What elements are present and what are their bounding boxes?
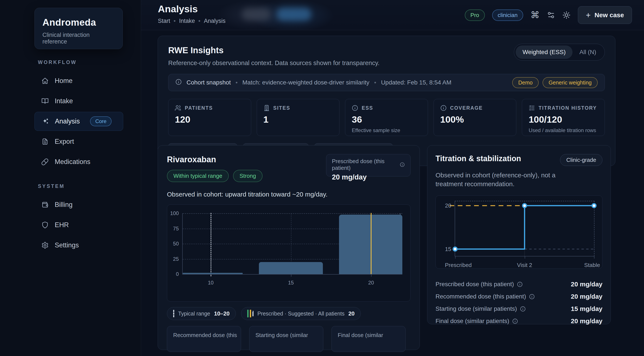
pill-icon: [41, 158, 49, 166]
triple-bars-icon: [247, 310, 254, 317]
legend-label: Typical range: [178, 310, 210, 317]
new-case-button[interactable]: + New case: [578, 6, 632, 24]
sparkles-icon: [42, 118, 49, 125]
dose-histogram-panel: 0255075100101520: [167, 204, 410, 301]
starting-dose-card: Starting dose (similar: [249, 326, 323, 352]
x-tick-label: 10: [201, 280, 220, 286]
info-icon[interactable]: [400, 162, 405, 167]
sidebar-item-billing[interactable]: Billing: [34, 195, 123, 214]
sidebar-item-label: Home: [55, 77, 72, 85]
breadcrumb-start[interactable]: Start: [158, 18, 170, 24]
snapshot-separator: •: [374, 79, 376, 86]
stat-label: SITES: [273, 105, 290, 111]
redacted-chip: [242, 8, 270, 20]
histogram-bar: [259, 262, 323, 274]
y-tick-label: 75: [169, 225, 179, 232]
titration-step-panel: 1520PrescribedVisit 2Stable: [436, 195, 602, 269]
users-icon: [175, 105, 181, 111]
stat-label: ESS: [362, 105, 373, 111]
sidebar-item-label: Analysis: [55, 117, 80, 125]
info-icon[interactable]: [517, 281, 523, 287]
sidebar-item-analysis[interactable]: Analysis Core: [34, 112, 123, 131]
topbar: Analysis Start • Intake • Analysis Pro c…: [141, 0, 644, 30]
dose-row-value: 20 mg/day: [571, 281, 602, 288]
rivaroxaban-card: Rivaroxaban Within typical range Strong …: [158, 145, 420, 350]
histogram-bar: [183, 273, 243, 274]
toggle-weighted-ess[interactable]: Weighted (ESS): [516, 46, 572, 59]
book-open-icon: [41, 97, 49, 105]
gear-icon: [41, 242, 49, 249]
snapshot-separator: •: [236, 79, 238, 86]
sidebar-item-settings[interactable]: Settings: [34, 236, 123, 255]
prescribed-line: [371, 213, 372, 274]
clinic-grade-badge: Clinic-grade: [560, 154, 602, 166]
recommended-dose-card: Recommended dose (this: [167, 326, 241, 352]
info-icon[interactable]: [529, 294, 535, 299]
within-range-badge: Within typical range: [167, 170, 229, 182]
sidebar-item-medications[interactable]: Medications: [34, 152, 123, 171]
info-icon: [175, 79, 182, 87]
sidebar-item-label: Billing: [55, 201, 72, 209]
main-area: Analysis Start • Intake • Analysis Pro c…: [141, 0, 644, 356]
titration-card: Titration & stabilization Clinic-grade O…: [427, 145, 611, 324]
dose-row-value: 20 mg/day: [571, 293, 602, 300]
stat-value: 100/120: [528, 114, 598, 125]
y-tick-label: 50: [169, 240, 179, 247]
snapshot-title: Cohort snapshot: [186, 79, 231, 86]
partial-card-label: Final dose (similar: [338, 332, 383, 338]
legend-label: Prescribed · Suggested · All patients: [258, 310, 344, 317]
core-badge: Core: [90, 116, 112, 126]
sidebar-item-home[interactable]: Home: [34, 71, 123, 90]
breadcrumb-analysis[interactable]: Analysis: [204, 18, 226, 24]
dose-row-recommended: Recommended dose (this patient) 20 mg/da…: [436, 290, 602, 303]
dose-detail-cards: Recommended dose (this Starting dose (si…: [167, 326, 410, 352]
breadcrumb: Start • Intake • Analysis: [158, 18, 226, 24]
dose-row-label-text: Starting dose (similar patients): [436, 305, 517, 312]
file-text-icon: [41, 138, 49, 145]
sidebar-item-label: EHR: [55, 221, 69, 229]
dose-rows: Prescribed dose (this patient) 20 mg/day…: [436, 278, 602, 327]
sidebar-item-intake[interactable]: Intake: [34, 92, 123, 111]
y-tick-label: 25: [169, 256, 179, 262]
dose-row-label-text: Final dose (similar patients): [436, 318, 509, 324]
strong-badge: Strong: [233, 170, 262, 182]
info-icon[interactable]: [512, 318, 518, 324]
dose-row-label-text: Prescribed dose (this patient): [436, 281, 514, 288]
dose-row-final: Final dose (similar patients) 20 mg/day: [436, 315, 602, 327]
theme-toggle-button[interactable]: [562, 11, 570, 19]
cohort-snapshot-bar: Cohort snapshot • Match: evidence-weight…: [168, 74, 605, 91]
stat-sub: Effective sample size: [352, 127, 421, 133]
legend-value: 20: [348, 310, 354, 317]
typical-range-line: [211, 213, 211, 276]
toggle-all-n[interactable]: All (N): [572, 46, 603, 59]
redacted-chip: [277, 8, 311, 21]
sliders-icon: [528, 105, 535, 111]
new-case-label: New case: [594, 12, 624, 19]
stat-value: 100%: [440, 114, 510, 125]
stat-ess: ESS 36 Effective sample size: [345, 99, 428, 136]
brand-card: Andromeda Clinical interaction reference: [34, 8, 123, 49]
nav-section-workflow: WORKFLOW: [38, 60, 141, 65]
preferences-button[interactable]: [547, 11, 555, 19]
partial-card-label: Recommended dose (this: [173, 332, 237, 338]
dose-histogram-chart: 0255075100101520: [182, 213, 402, 274]
step-x-tick: [525, 256, 525, 259]
y-tick-label: 0: [169, 271, 179, 277]
stat-label: PATIENTS: [185, 105, 213, 111]
info-icon: [352, 105, 358, 111]
sidebar-item-export[interactable]: Export: [34, 132, 123, 151]
nav-section-system: SYSTEM: [38, 183, 141, 189]
info-icon[interactable]: [520, 306, 526, 312]
sidebar-item-ehr[interactable]: EHR: [34, 215, 123, 234]
legend-value: 10–20: [214, 310, 230, 317]
breadcrumb-intake[interactable]: Intake: [179, 18, 195, 24]
command-shortcut-button[interactable]: ⌘: [530, 11, 540, 20]
wallet-icon: [41, 201, 49, 208]
markers-legend: Prescribed · Suggested · All patients 20: [241, 307, 361, 320]
stat-value: 120: [175, 114, 244, 125]
snapshot-match: Match: evidence-weighted dose-driver sim…: [242, 79, 370, 86]
stat-value: 1: [264, 114, 333, 125]
app-window: Andromeda Clinical interaction reference…: [0, 0, 644, 356]
titration-title: Titration & stabilization: [436, 154, 521, 163]
dose-row-label-text: Recommended dose (this patient): [436, 293, 526, 300]
